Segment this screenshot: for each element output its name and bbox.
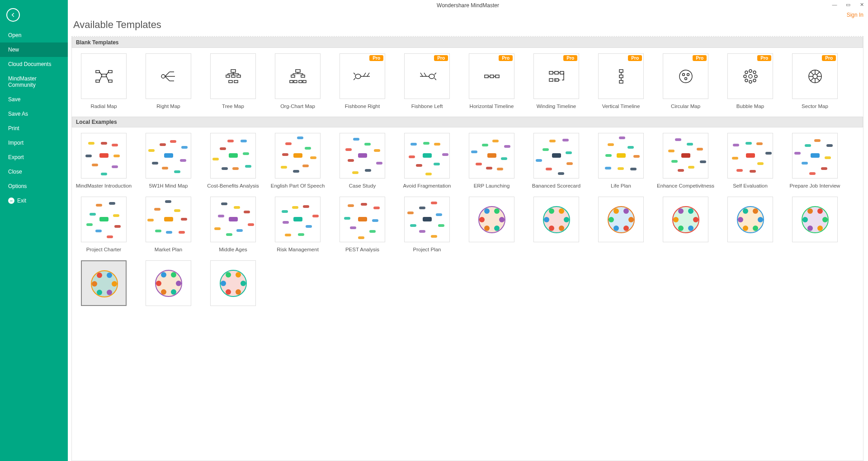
template-htime[interactable]: ProHorizontal Timeline [469, 53, 514, 109]
example-item[interactable]: English Part Of Speech [275, 133, 321, 188]
signin-link[interactable]: Sign In [847, 12, 863, 18]
svg-rect-0 [102, 74, 106, 77]
example-label: English Part Of Speech [271, 183, 325, 188]
template-tree[interactable]: Tree Map [210, 53, 256, 109]
example-item[interactable] [598, 197, 644, 252]
example-item[interactable]: Project Plan [404, 197, 450, 252]
svg-rect-55 [549, 71, 553, 74]
example-label: Market Plan [155, 247, 182, 252]
back-button[interactable] [6, 8, 20, 22]
example-item[interactable]: Self Evaluation [727, 133, 773, 188]
titlebar: Wondershare MindMaster — ▭ ✕ [68, 0, 868, 11]
svg-rect-20 [229, 80, 232, 83]
example-item[interactable]: Life Plan [598, 133, 644, 188]
template-fishr[interactable]: ProFishbone Right [340, 53, 385, 109]
example-thumb [210, 260, 256, 306]
sidebar-item-print[interactable]: Print [0, 121, 68, 136]
example-item[interactable]: Cost-Benefits Analysis [210, 133, 256, 188]
sidebar-item-saveas[interactable]: Save As [0, 107, 68, 121]
template-label: Circular Map [671, 103, 700, 109]
example-thumb [469, 197, 514, 242]
example-item[interactable]: PEST Analysis [340, 197, 385, 252]
example-item[interactable]: Project Charter [81, 197, 127, 252]
example-item[interactable]: MindMaster Introduction [81, 133, 127, 188]
example-item[interactable]: Risk Management [275, 197, 321, 252]
example-item[interactable] [663, 197, 708, 252]
sidebar-item-close[interactable]: Close [0, 165, 68, 179]
svg-line-7 [106, 72, 108, 75]
example-label: Prepare Job Interview [790, 183, 840, 188]
svg-line-10 [165, 72, 170, 76]
svg-rect-60 [619, 70, 623, 72]
example-thumb [533, 197, 579, 242]
example-thumb [598, 133, 644, 179]
example-item[interactable]: Bananced Scorecard [533, 133, 579, 188]
template-vtime[interactable]: ProVertical Timeline [598, 53, 644, 109]
pro-badge: Pro [693, 55, 707, 61]
sidebar-item-options[interactable]: Options [0, 179, 68, 193]
svg-point-70 [749, 70, 752, 72]
example-item[interactable]: Middle Ages [210, 197, 256, 252]
example-item[interactable] [792, 197, 838, 252]
example-item[interactable]: Prepare Job Interview [792, 133, 838, 188]
svg-rect-56 [555, 71, 558, 74]
maximize-button[interactable]: ▭ [844, 1, 852, 8]
close-button[interactable]: ✕ [858, 1, 865, 8]
window-controls: — ▭ ✕ [831, 1, 865, 8]
svg-line-84 [811, 72, 813, 75]
sidebar-item-exit[interactable]: – Exit [0, 193, 68, 208]
example-item[interactable]: Case Study [340, 133, 385, 188]
template-wtime[interactable]: ProWinding Timeline [533, 53, 579, 109]
template-label: Winding Timeline [537, 103, 576, 109]
svg-line-5 [99, 72, 102, 75]
template-scroll[interactable]: Blank Templates Radial MapRight MapTree … [72, 37, 863, 461]
template-label: Fishbone Left [411, 103, 443, 109]
main-area: Wondershare MindMaster — ▭ ✕ Sign In Ava… [68, 0, 868, 461]
example-item[interactable] [727, 197, 773, 252]
template-sector[interactable]: ProSector Map [792, 53, 838, 109]
example-thumb [340, 133, 385, 179]
svg-point-67 [687, 73, 689, 75]
template-card: Pro [469, 53, 514, 99]
svg-rect-50 [485, 75, 488, 78]
template-bubble[interactable]: ProBubble Map [727, 53, 773, 109]
example-thumb [210, 133, 256, 179]
template-fishl[interactable]: ProFishbone Left [404, 53, 450, 109]
sidebar-item-community[interactable]: MindMaster Community [0, 71, 68, 92]
sidebar-item-cloud[interactable]: Cloud Documents [0, 57, 68, 71]
example-label: Bananced Scorecard [532, 183, 580, 188]
sidebar: OpenNewCloud DocumentsMindMaster Communi… [0, 0, 68, 461]
example-thumb [81, 133, 127, 179]
sidebar-item-save[interactable]: Save [0, 92, 68, 107]
sidebar-item-new[interactable]: New [0, 42, 68, 57]
example-thumb [146, 197, 191, 242]
minimize-button[interactable]: — [831, 1, 838, 8]
template-radial[interactable]: Radial Map [81, 53, 127, 109]
example-item[interactable]: Avoid Fragmentation [404, 133, 450, 188]
example-item[interactable] [146, 260, 191, 310]
template-right[interactable]: Right Map [146, 53, 191, 109]
template-card: Pro [727, 53, 773, 99]
template-card: Pro [404, 53, 450, 99]
example-item[interactable]: 5W1H Mind Map [146, 133, 191, 188]
sidebar-item-export[interactable]: Export [0, 150, 68, 165]
section-blank-header: Blank Templates [72, 37, 863, 48]
example-thumb [598, 197, 644, 242]
example-label: Life Plan [611, 183, 631, 188]
example-item[interactable] [469, 197, 514, 252]
svg-rect-29 [301, 75, 305, 77]
example-item[interactable]: Enhance Competivitness [663, 133, 708, 188]
example-item[interactable]: ERP Launching [469, 133, 514, 188]
example-item[interactable] [81, 260, 127, 310]
template-org[interactable]: Org-Chart Map [275, 53, 321, 109]
example-label: Middle Ages [219, 247, 247, 252]
sidebar-item-import[interactable]: Import [0, 136, 68, 150]
template-circ[interactable]: ProCircular Map [663, 53, 708, 109]
example-item[interactable] [210, 260, 256, 310]
example-label: MindMaster Introduction [76, 183, 132, 188]
example-item[interactable]: Market Plan [146, 197, 191, 252]
svg-rect-58 [549, 79, 553, 81]
example-thumb [81, 260, 127, 306]
sidebar-item-open[interactable]: Open [0, 28, 68, 42]
example-item[interactable] [533, 197, 579, 252]
